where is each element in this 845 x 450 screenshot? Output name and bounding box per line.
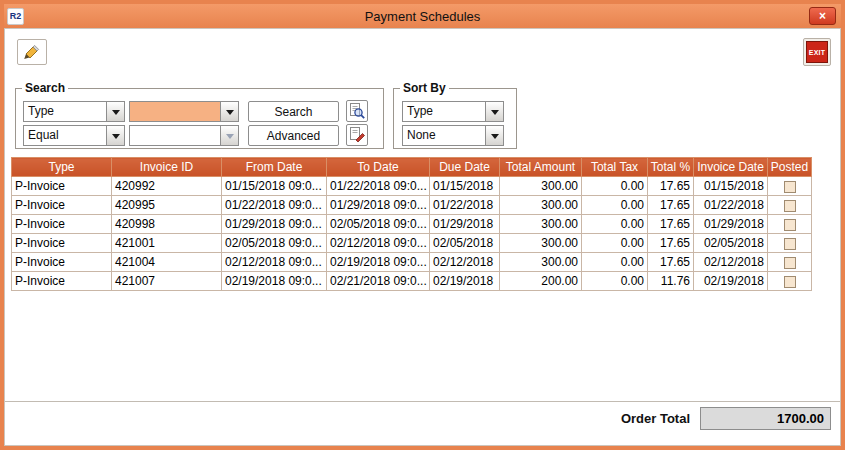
cell-total-tax: 0.00 (582, 253, 648, 272)
column-header-total-tax[interactable]: Total Tax (582, 158, 648, 177)
search-group-label: Search (22, 81, 68, 95)
quick-search-button[interactable] (346, 100, 368, 122)
cell-total-percent: 17.65 (648, 196, 694, 215)
cell-posted (768, 196, 812, 215)
cell-due-date: 01/15/2018 (430, 177, 500, 196)
cell-to-date: 02/21/2018 09:0... (327, 272, 430, 291)
payment-schedule-table: TypeInvoice IDFrom DateTo DateDue DateTo… (11, 157, 812, 291)
search-field-combo[interactable]: Type (23, 101, 125, 122)
cell-total-percent: 17.65 (648, 215, 694, 234)
cell-due-date: 01/22/2018 (430, 196, 500, 215)
chevron-down-icon[interactable] (485, 126, 503, 145)
posted-checkbox[interactable] (784, 238, 796, 250)
posted-checkbox[interactable] (784, 181, 796, 193)
close-icon: × (819, 9, 826, 23)
close-button[interactable]: × (809, 7, 836, 25)
cell-from-date: 02/19/2018 09:0... (222, 272, 327, 291)
cell-invoice-date: 02/05/2018 (694, 234, 768, 253)
invoice-row[interactable]: P-Invoice42100102/05/2018 09:0...02/12/2… (12, 234, 812, 253)
posted-checkbox[interactable] (784, 257, 796, 269)
titlebar: R2 Payment Schedules × (4, 4, 841, 28)
app-icon-text: R2 (10, 11, 22, 21)
search-field-combo-value: Type (24, 102, 106, 121)
cell-due-date: 02/12/2018 (430, 253, 500, 272)
sort-by-group: Sort By Type None (393, 88, 517, 149)
posted-checkbox[interactable] (784, 200, 796, 212)
invoice-row[interactable]: P-Invoice42099801/29/2018 09:0...02/05/2… (12, 215, 812, 234)
column-header-total-amount[interactable]: Total Amount (500, 158, 582, 177)
chevron-down-icon[interactable] (106, 126, 124, 145)
column-header-invoice-date[interactable]: Invoice Date (694, 158, 768, 177)
advanced-button[interactable]: Advanced (248, 125, 339, 146)
column-header-total-[interactable]: Total % (648, 158, 694, 177)
sort-primary-combo[interactable]: Type (402, 101, 504, 122)
column-header-invoice-id[interactable]: Invoice ID (112, 158, 222, 177)
chevron-down-icon (220, 126, 238, 145)
invoice-row[interactable]: P-Invoice42100402/12/2018 09:0...02/19/2… (12, 253, 812, 272)
cell-total-amount: 300.00 (500, 234, 582, 253)
cell-total-percent: 17.65 (648, 234, 694, 253)
cell-due-date: 01/29/2018 (430, 215, 500, 234)
cell-invoice-id: 421001 (112, 234, 222, 253)
cell-to-date: 02/12/2018 09:0... (327, 234, 430, 253)
cell-invoice-id: 420995 (112, 196, 222, 215)
cell-type: P-Invoice (12, 253, 112, 272)
sort-secondary-combo[interactable]: None (402, 125, 504, 146)
advanced-search-icon (348, 126, 366, 144)
cell-from-date: 01/15/2018 09:0... (222, 177, 327, 196)
invoice-row[interactable]: P-Invoice42100702/19/2018 09:0...02/21/2… (12, 272, 812, 291)
search-value-combo[interactable] (129, 101, 239, 122)
cell-total-amount: 300.00 (500, 196, 582, 215)
posted-checkbox[interactable] (784, 219, 796, 231)
invoice-row[interactable]: P-Invoice42099501/22/2018 09:0...01/29/2… (12, 196, 812, 215)
cell-type: P-Invoice (12, 196, 112, 215)
cell-posted (768, 234, 812, 253)
cell-invoice-id: 420998 (112, 215, 222, 234)
cell-invoice-id: 420992 (112, 177, 222, 196)
exit-icon: EXIT (806, 41, 828, 63)
search-button[interactable]: Search (248, 101, 339, 122)
exit-button[interactable]: EXIT (803, 38, 831, 66)
cell-total-amount: 300.00 (500, 253, 582, 272)
column-header-posted[interactable]: Posted (768, 158, 812, 177)
cell-invoice-id: 421007 (112, 272, 222, 291)
advanced-search-button[interactable] (346, 124, 368, 146)
posted-checkbox[interactable] (784, 276, 796, 288)
chevron-down-icon[interactable] (106, 102, 124, 121)
edit-button[interactable] (17, 39, 47, 65)
column-header-to-date[interactable]: To Date (327, 158, 430, 177)
sort-by-group-label: Sort By (400, 81, 449, 95)
column-header-from-date[interactable]: From Date (222, 158, 327, 177)
cell-total-tax: 0.00 (582, 234, 648, 253)
column-header-due-date[interactable]: Due Date (430, 158, 500, 177)
cell-from-date: 01/22/2018 09:0... (222, 196, 327, 215)
search-operator-combo[interactable]: Equal (23, 125, 125, 146)
cell-to-date: 01/29/2018 09:0... (327, 196, 430, 215)
cell-to-date: 01/22/2018 09:0... (327, 177, 430, 196)
cell-total-percent: 17.65 (648, 177, 694, 196)
cell-total-tax: 0.00 (582, 196, 648, 215)
cell-from-date: 01/29/2018 09:0... (222, 215, 327, 234)
chevron-down-icon[interactable] (220, 102, 238, 121)
pencil-icon (21, 43, 41, 61)
invoice-row[interactable]: P-Invoice42099201/15/2018 09:0...01/22/2… (12, 177, 812, 196)
cell-invoice-date: 01/15/2018 (694, 177, 768, 196)
chevron-down-icon[interactable] (485, 102, 503, 121)
cell-invoice-date: 01/29/2018 (694, 215, 768, 234)
order-total-label: Order Total (621, 411, 690, 426)
search-value-combo-value (130, 102, 220, 121)
cell-from-date: 02/05/2018 09:0... (222, 234, 327, 253)
cell-total-amount: 300.00 (500, 177, 582, 196)
footer-divider (5, 401, 840, 402)
window-title: Payment Schedules (4, 9, 841, 24)
cell-total-amount: 200.00 (500, 272, 582, 291)
cell-from-date: 02/12/2018 09:0... (222, 253, 327, 272)
cell-total-tax: 0.00 (582, 272, 648, 291)
cell-posted (768, 253, 812, 272)
cell-total-percent: 11.76 (648, 272, 694, 291)
cell-posted (768, 177, 812, 196)
column-header-type[interactable]: Type (12, 158, 112, 177)
sort-primary-combo-value: Type (403, 102, 485, 121)
cell-invoice-date: 02/19/2018 (694, 272, 768, 291)
cell-due-date: 02/19/2018 (430, 272, 500, 291)
